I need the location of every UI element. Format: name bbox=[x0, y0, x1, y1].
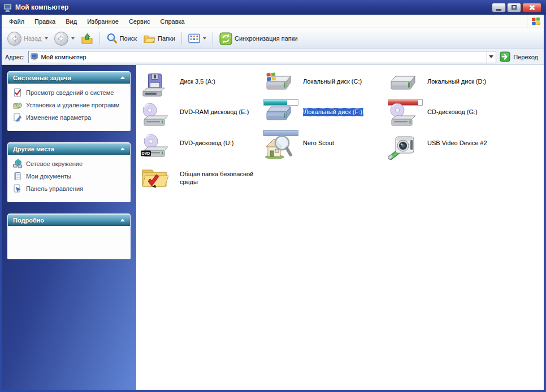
up-folder-icon bbox=[81, 32, 93, 45]
views-dropdown-icon[interactable] bbox=[203, 37, 206, 40]
hdd-icon bbox=[388, 72, 417, 98]
link-network-places[interactable]: Сетевое окружение bbox=[13, 160, 126, 168]
link-my-documents[interactable]: Мои документы bbox=[13, 172, 126, 181]
chevron-down-icon bbox=[489, 55, 493, 58]
tile-dvd-drive-u[interactable]: DVD DVD-дисковод (U:) bbox=[140, 134, 262, 160]
panel-details: Подробно bbox=[7, 214, 131, 259]
tile-shared-folder[interactable]: Общая папка безопасной среды bbox=[140, 165, 262, 191]
panel-header-other-places[interactable]: Другие места bbox=[8, 143, 130, 155]
search-icon bbox=[106, 33, 118, 44]
panel-other-places: Другие места Сетевое окружение bbox=[7, 142, 131, 202]
panel-system-tasks: Системные задачи Просмотр сведений о сис… bbox=[7, 71, 131, 131]
sync-folder-icon bbox=[219, 32, 232, 45]
file-label: Локальный диск (D:) bbox=[427, 77, 486, 106]
tile-local-disk-f-selected[interactable]: Локальный диск (F:) bbox=[263, 103, 385, 136]
file-label: Nero Scout bbox=[303, 139, 334, 160]
restore-icon bbox=[512, 5, 517, 10]
task-add-remove-programs[interactable]: Установка и удаление программ bbox=[13, 101, 126, 110]
back-button[interactable]: Назад bbox=[5, 30, 50, 47]
collapse-arrow-icon bbox=[120, 76, 125, 79]
maximize-button[interactable] bbox=[507, 3, 521, 12]
explorer-window: Мой компьютер Файл Правка Вид Избранное … bbox=[0, 0, 546, 392]
collapse-arrow-icon bbox=[120, 219, 125, 221]
hdd-system-icon bbox=[263, 72, 293, 98]
tile-usb-video-device[interactable]: USB Video Device #2 bbox=[388, 134, 509, 160]
file-label: Локальный диск (C:) bbox=[303, 77, 362, 106]
file-label: USB Video Device #2 bbox=[427, 139, 487, 160]
my-computer-icon bbox=[3, 3, 13, 12]
hdd-selected-icon bbox=[263, 103, 293, 129]
file-label: CD-дисковод (G:) bbox=[427, 108, 478, 129]
optical-drive-icon bbox=[388, 103, 417, 129]
menu-edit[interactable]: Правка bbox=[29, 16, 60, 27]
close-icon bbox=[529, 5, 535, 11]
address-my-computer-icon bbox=[31, 53, 39, 60]
minimize-icon bbox=[496, 9, 501, 11]
usb-camera-icon bbox=[388, 134, 417, 160]
address-input[interactable]: Мой компьютер bbox=[28, 51, 497, 63]
control-panel-icon bbox=[13, 184, 22, 193]
panel-header-system-tasks[interactable]: Системные задачи bbox=[8, 72, 130, 84]
menu-bar: Файл Правка Вид Избранное Сервис Справка bbox=[2, 15, 544, 28]
file-list-area[interactable]: Диск 3,5 (A:) bbox=[136, 65, 544, 390]
system-info-icon bbox=[13, 88, 22, 97]
toolbar: Назад Поиск bbox=[2, 28, 544, 49]
tile-cd-drive-g[interactable]: CD-дисковод (G:) bbox=[388, 103, 509, 129]
task-change-setting[interactable]: Изменение параметра bbox=[13, 114, 126, 122]
tile-local-disk-d[interactable]: Локальный диск (D:) bbox=[388, 72, 509, 106]
up-button[interactable] bbox=[79, 30, 96, 47]
address-value: Мой компьютер bbox=[41, 54, 484, 60]
folders-button[interactable]: Папки bbox=[141, 30, 177, 47]
my-documents-icon bbox=[13, 172, 22, 181]
tile-local-disk-c[interactable]: Локальный диск (C:) bbox=[263, 72, 385, 106]
go-label: Переход bbox=[513, 54, 538, 60]
collapse-arrow-icon bbox=[120, 147, 125, 150]
views-button[interactable] bbox=[186, 30, 209, 47]
menu-tools[interactable]: Сервис bbox=[124, 16, 155, 27]
minimize-button[interactable] bbox=[492, 3, 506, 12]
add-remove-programs-icon bbox=[13, 101, 22, 110]
search-button[interactable]: Поиск bbox=[104, 30, 139, 47]
forward-dropdown-icon[interactable] bbox=[71, 37, 75, 40]
tile-dvd-ram-e[interactable]: DVD-RAM дисковод (E:) bbox=[140, 103, 262, 129]
sync-button[interactable]: Синхронизация папки bbox=[217, 30, 300, 47]
menu-help[interactable]: Справка bbox=[155, 16, 190, 27]
go-button[interactable]: Переход bbox=[500, 51, 540, 62]
shared-folder-icon bbox=[140, 165, 170, 191]
address-dropdown-button[interactable] bbox=[486, 51, 496, 63]
back-label: Назад bbox=[24, 35, 42, 42]
change-setting-icon bbox=[13, 113, 22, 122]
window-controls bbox=[492, 3, 541, 12]
close-button[interactable] bbox=[522, 3, 541, 12]
views-icon bbox=[188, 33, 200, 43]
sync-label: Синхронизация папки bbox=[235, 35, 298, 42]
back-icon bbox=[7, 32, 21, 46]
network-places-icon bbox=[13, 159, 22, 168]
link-control-panel[interactable]: Панель управления bbox=[13, 185, 126, 193]
file-label: Общая папка безопасной среды bbox=[180, 170, 259, 191]
menu-favorites[interactable]: Избранное bbox=[82, 16, 124, 27]
go-arrow-icon bbox=[500, 51, 510, 62]
menu-view[interactable]: Вид bbox=[60, 16, 82, 27]
nero-scout-icon bbox=[263, 134, 293, 160]
dvd-drive-icon: DVD bbox=[140, 134, 170, 160]
svg-text:DVD: DVD bbox=[142, 151, 150, 155]
address-label: Адрес: bbox=[5, 54, 25, 60]
forward-button[interactable] bbox=[52, 30, 77, 47]
tile-floppy-a[interactable]: Диск 3,5 (A:) bbox=[140, 72, 262, 98]
window-body: Файл Правка Вид Избранное Сервис Справка bbox=[0, 15, 546, 392]
file-label: DVD-дисковод (U:) bbox=[180, 139, 233, 160]
tile-nero-scout[interactable]: Nero Scout bbox=[263, 134, 385, 160]
forward-icon bbox=[54, 32, 68, 46]
task-view-system-info[interactable]: Просмотр сведений о системе bbox=[13, 89, 126, 97]
title-bar[interactable]: Мой компьютер bbox=[0, 0, 546, 15]
address-bar: Адрес: Мой компьютер Переход bbox=[2, 49, 544, 65]
back-dropdown-icon[interactable] bbox=[45, 37, 48, 40]
optical-drive-icon bbox=[140, 103, 170, 129]
menu-file[interactable]: Файл bbox=[4, 16, 29, 27]
folders-label: Папки bbox=[158, 35, 175, 42]
panel-header-details[interactable]: Подробно bbox=[8, 214, 130, 226]
search-label: Поиск bbox=[120, 35, 137, 42]
window-title: Мой компьютер bbox=[15, 3, 492, 11]
file-label: Диск 3,5 (A:) bbox=[180, 77, 215, 98]
